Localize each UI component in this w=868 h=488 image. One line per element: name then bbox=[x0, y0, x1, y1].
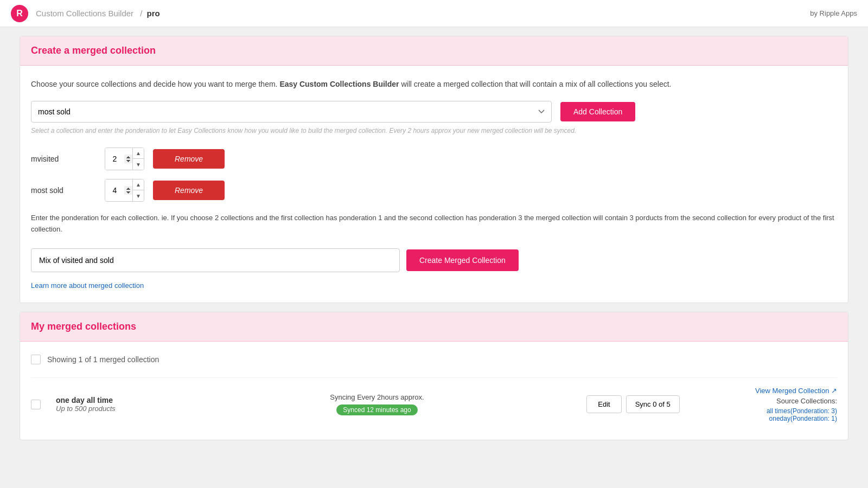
description: Choose your source collections and decid… bbox=[31, 79, 837, 90]
learn-more-link[interactable]: Learn more about merged collection bbox=[31, 281, 144, 290]
row-actions-col: Edit Sync 0 of 5 bbox=[579, 395, 687, 413]
sync-badge: Synced 12 minutes ago bbox=[336, 404, 417, 415]
sync-schedule: Syncing Every 2hours approx. bbox=[184, 393, 570, 401]
collection-select[interactable]: most sold most visited all time bbox=[31, 101, 552, 123]
collection-item-mvisited: mvisited ▲ ▼ Remove bbox=[31, 147, 837, 170]
create-merged-button[interactable]: Create Merged Collection bbox=[406, 249, 519, 271]
collection-item-mostsold: most sold ▲ ▼ Remove bbox=[31, 179, 837, 202]
spinner-down-mostsold[interactable]: ▼ bbox=[133, 190, 144, 201]
create-card-body: Choose your source collections and decid… bbox=[20, 66, 848, 303]
collection-name-mostsold: most sold bbox=[31, 186, 96, 195]
hint-text: Select a collection and enter the ponder… bbox=[31, 127, 837, 134]
ponderation-explanation: Enter the ponderation for each collectio… bbox=[31, 213, 837, 235]
remove-button-mvisited[interactable]: Remove bbox=[153, 149, 225, 169]
topbar-left: R Custom Collections Builder / pro bbox=[11, 5, 160, 22]
create-merged-card: Create a merged collection Choose your s… bbox=[20, 36, 848, 303]
my-collections-header: My merged collections bbox=[20, 312, 848, 342]
source-label: Source Collections: bbox=[696, 397, 837, 405]
new-collection-name-input[interactable] bbox=[31, 248, 400, 272]
collection-subtitle: Up to 500 products bbox=[56, 404, 175, 413]
row-sync-col: Syncing Every 2hours approx. Synced 12 m… bbox=[184, 393, 570, 415]
sync-button[interactable]: Sync 0 of 5 bbox=[626, 395, 680, 413]
showing-label: Showing 1 of 1 merged collection bbox=[47, 355, 159, 364]
create-card-header: Create a merged collection bbox=[20, 36, 848, 66]
select-row: most sold most visited all time Add Coll… bbox=[31, 101, 837, 123]
remove-button-mostsold[interactable]: Remove bbox=[153, 181, 225, 200]
topbar: R Custom Collections Builder / pro by Ri… bbox=[0, 0, 868, 27]
add-collection-button[interactable]: Add Collection bbox=[560, 102, 635, 121]
create-row: Create Merged Collection bbox=[31, 248, 837, 272]
main-content: Create a merged collection Choose your s… bbox=[11, 27, 857, 458]
row-links-col: View Merged Collection ↗ Source Collecti… bbox=[696, 387, 837, 422]
ponderation-input-mvisited[interactable] bbox=[105, 148, 132, 170]
spinner-up-mvisited[interactable]: ▲ bbox=[133, 148, 144, 159]
ponderation-input-mostsold[interactable] bbox=[105, 179, 132, 201]
app-title: Custom Collections Builder / pro bbox=[34, 9, 160, 18]
source-link-2[interactable]: oneday(Ponderation: 1) bbox=[696, 415, 837, 422]
number-input-mostsold: ▲ ▼ bbox=[105, 179, 144, 202]
showing-row: Showing 1 of 1 merged collection bbox=[31, 350, 837, 369]
source-link-1[interactable]: all times(Ponderation: 3) bbox=[696, 407, 837, 415]
collection-name-mvisited: mvisited bbox=[31, 155, 96, 163]
create-card-title: Create a merged collection bbox=[31, 45, 837, 56]
row-checkbox-col bbox=[31, 400, 47, 409]
my-collections-card: My merged collections Showing 1 of 1 mer… bbox=[20, 312, 848, 440]
view-merged-link[interactable]: View Merged Collection ↗ bbox=[696, 387, 837, 395]
number-input-mvisited: ▲ ▼ bbox=[105, 147, 144, 170]
edit-button[interactable]: Edit bbox=[586, 395, 621, 413]
select-all-checkbox[interactable] bbox=[31, 355, 41, 364]
collections-list: Showing 1 of 1 merged collection one day… bbox=[20, 342, 848, 440]
table-row: one day all time Up to 500 products Sync… bbox=[31, 377, 837, 431]
row-checkbox[interactable] bbox=[31, 400, 41, 409]
my-collections-title: My merged collections bbox=[31, 321, 837, 332]
attribution: by Ripple Apps bbox=[810, 9, 857, 17]
spinner-up-mostsold[interactable]: ▲ bbox=[133, 179, 144, 190]
collection-title: one day all time bbox=[56, 396, 175, 404]
row-name-col: one day all time Up to 500 products bbox=[56, 396, 175, 413]
app-logo: R bbox=[11, 5, 28, 22]
spinner-down-mvisited[interactable]: ▼ bbox=[133, 159, 144, 170]
